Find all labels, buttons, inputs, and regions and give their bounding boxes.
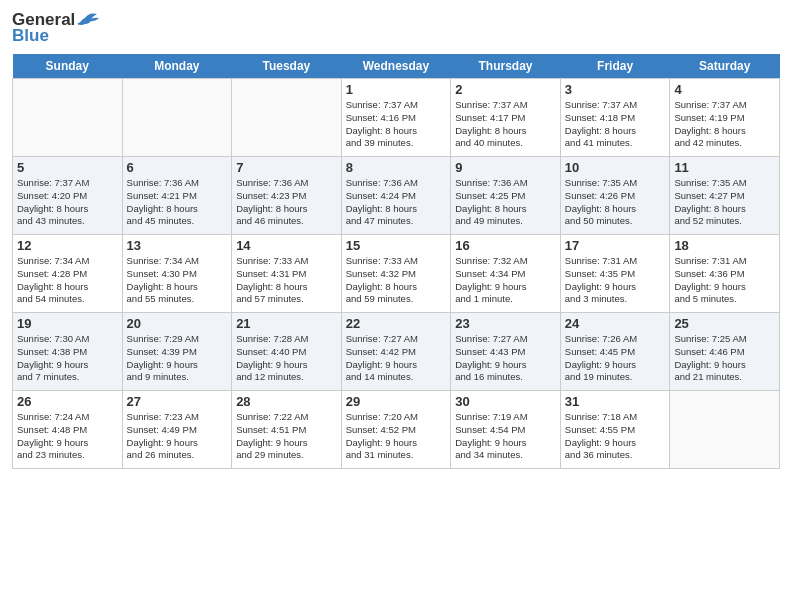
- date-number: 9: [455, 160, 556, 175]
- date-number: 27: [127, 394, 228, 409]
- calendar-cell: [232, 79, 342, 157]
- cell-info: Sunrise: 7:24 AM Sunset: 4:48 PM Dayligh…: [17, 411, 118, 462]
- date-number: 30: [455, 394, 556, 409]
- day-header-saturday: Saturday: [670, 54, 780, 79]
- date-number: 20: [127, 316, 228, 331]
- cell-info: Sunrise: 7:29 AM Sunset: 4:39 PM Dayligh…: [127, 333, 228, 384]
- calendar-cell: 29Sunrise: 7:20 AM Sunset: 4:52 PM Dayli…: [341, 391, 451, 469]
- date-number: 26: [17, 394, 118, 409]
- date-number: 2: [455, 82, 556, 97]
- logo-bird-icon: [77, 10, 99, 28]
- cell-info: Sunrise: 7:33 AM Sunset: 4:32 PM Dayligh…: [346, 255, 447, 306]
- date-number: 6: [127, 160, 228, 175]
- date-number: 28: [236, 394, 337, 409]
- cell-info: Sunrise: 7:37 AM Sunset: 4:19 PM Dayligh…: [674, 99, 775, 150]
- calendar-cell: 15Sunrise: 7:33 AM Sunset: 4:32 PM Dayli…: [341, 235, 451, 313]
- calendar-cell: 26Sunrise: 7:24 AM Sunset: 4:48 PM Dayli…: [13, 391, 123, 469]
- cell-info: Sunrise: 7:18 AM Sunset: 4:55 PM Dayligh…: [565, 411, 666, 462]
- day-header-tuesday: Tuesday: [232, 54, 342, 79]
- cell-info: Sunrise: 7:27 AM Sunset: 4:42 PM Dayligh…: [346, 333, 447, 384]
- date-number: 10: [565, 160, 666, 175]
- cell-info: Sunrise: 7:26 AM Sunset: 4:45 PM Dayligh…: [565, 333, 666, 384]
- cell-info: Sunrise: 7:31 AM Sunset: 4:36 PM Dayligh…: [674, 255, 775, 306]
- date-number: 23: [455, 316, 556, 331]
- date-number: 11: [674, 160, 775, 175]
- calendar-cell: 7Sunrise: 7:36 AM Sunset: 4:23 PM Daylig…: [232, 157, 342, 235]
- calendar-cell: 13Sunrise: 7:34 AM Sunset: 4:30 PM Dayli…: [122, 235, 232, 313]
- date-number: 3: [565, 82, 666, 97]
- calendar-cell: 6Sunrise: 7:36 AM Sunset: 4:21 PM Daylig…: [122, 157, 232, 235]
- cell-info: Sunrise: 7:32 AM Sunset: 4:34 PM Dayligh…: [455, 255, 556, 306]
- cell-info: Sunrise: 7:31 AM Sunset: 4:35 PM Dayligh…: [565, 255, 666, 306]
- cell-info: Sunrise: 7:28 AM Sunset: 4:40 PM Dayligh…: [236, 333, 337, 384]
- calendar-cell: 2Sunrise: 7:37 AM Sunset: 4:17 PM Daylig…: [451, 79, 561, 157]
- date-number: 24: [565, 316, 666, 331]
- calendar-cell: 23Sunrise: 7:27 AM Sunset: 4:43 PM Dayli…: [451, 313, 561, 391]
- cell-info: Sunrise: 7:22 AM Sunset: 4:51 PM Dayligh…: [236, 411, 337, 462]
- date-number: 13: [127, 238, 228, 253]
- date-number: 14: [236, 238, 337, 253]
- date-number: 31: [565, 394, 666, 409]
- calendar-cell: 9Sunrise: 7:36 AM Sunset: 4:25 PM Daylig…: [451, 157, 561, 235]
- date-number: 15: [346, 238, 447, 253]
- logo: General Blue: [12, 10, 99, 46]
- calendar-cell: 27Sunrise: 7:23 AM Sunset: 4:49 PM Dayli…: [122, 391, 232, 469]
- calendar-container: General Blue SundayMondayTuesdayWednesda…: [0, 0, 792, 477]
- date-number: 1: [346, 82, 447, 97]
- calendar-cell: 12Sunrise: 7:34 AM Sunset: 4:28 PM Dayli…: [13, 235, 123, 313]
- header: General Blue: [12, 10, 780, 46]
- cell-info: Sunrise: 7:30 AM Sunset: 4:38 PM Dayligh…: [17, 333, 118, 384]
- date-number: 5: [17, 160, 118, 175]
- date-number: 4: [674, 82, 775, 97]
- calendar-cell: 24Sunrise: 7:26 AM Sunset: 4:45 PM Dayli…: [560, 313, 670, 391]
- cell-info: Sunrise: 7:36 AM Sunset: 4:23 PM Dayligh…: [236, 177, 337, 228]
- calendar-table: SundayMondayTuesdayWednesdayThursdayFrid…: [12, 54, 780, 469]
- cell-info: Sunrise: 7:37 AM Sunset: 4:16 PM Dayligh…: [346, 99, 447, 150]
- cell-info: Sunrise: 7:36 AM Sunset: 4:24 PM Dayligh…: [346, 177, 447, 228]
- day-header-thursday: Thursday: [451, 54, 561, 79]
- calendar-cell: 11Sunrise: 7:35 AM Sunset: 4:27 PM Dayli…: [670, 157, 780, 235]
- cell-info: Sunrise: 7:20 AM Sunset: 4:52 PM Dayligh…: [346, 411, 447, 462]
- calendar-cell: 21Sunrise: 7:28 AM Sunset: 4:40 PM Dayli…: [232, 313, 342, 391]
- day-header-wednesday: Wednesday: [341, 54, 451, 79]
- calendar-cell: 25Sunrise: 7:25 AM Sunset: 4:46 PM Dayli…: [670, 313, 780, 391]
- day-header-friday: Friday: [560, 54, 670, 79]
- calendar-cell: [670, 391, 780, 469]
- cell-info: Sunrise: 7:36 AM Sunset: 4:21 PM Dayligh…: [127, 177, 228, 228]
- calendar-cell: 3Sunrise: 7:37 AM Sunset: 4:18 PM Daylig…: [560, 79, 670, 157]
- cell-info: Sunrise: 7:23 AM Sunset: 4:49 PM Dayligh…: [127, 411, 228, 462]
- date-number: 29: [346, 394, 447, 409]
- cell-info: Sunrise: 7:35 AM Sunset: 4:27 PM Dayligh…: [674, 177, 775, 228]
- calendar-cell: 8Sunrise: 7:36 AM Sunset: 4:24 PM Daylig…: [341, 157, 451, 235]
- cell-info: Sunrise: 7:35 AM Sunset: 4:26 PM Dayligh…: [565, 177, 666, 228]
- date-number: 21: [236, 316, 337, 331]
- cell-info: Sunrise: 7:37 AM Sunset: 4:17 PM Dayligh…: [455, 99, 556, 150]
- logo-blue-text: Blue: [12, 26, 49, 46]
- date-number: 25: [674, 316, 775, 331]
- calendar-cell: 31Sunrise: 7:18 AM Sunset: 4:55 PM Dayli…: [560, 391, 670, 469]
- calendar-cell: 17Sunrise: 7:31 AM Sunset: 4:35 PM Dayli…: [560, 235, 670, 313]
- day-header-sunday: Sunday: [13, 54, 123, 79]
- date-number: 19: [17, 316, 118, 331]
- date-number: 17: [565, 238, 666, 253]
- calendar-cell: [122, 79, 232, 157]
- date-number: 7: [236, 160, 337, 175]
- calendar-cell: 22Sunrise: 7:27 AM Sunset: 4:42 PM Dayli…: [341, 313, 451, 391]
- calendar-cell: 16Sunrise: 7:32 AM Sunset: 4:34 PM Dayli…: [451, 235, 561, 313]
- calendar-cell: [13, 79, 123, 157]
- calendar-cell: 1Sunrise: 7:37 AM Sunset: 4:16 PM Daylig…: [341, 79, 451, 157]
- calendar-cell: 30Sunrise: 7:19 AM Sunset: 4:54 PM Dayli…: [451, 391, 561, 469]
- date-number: 12: [17, 238, 118, 253]
- calendar-cell: 5Sunrise: 7:37 AM Sunset: 4:20 PM Daylig…: [13, 157, 123, 235]
- date-number: 22: [346, 316, 447, 331]
- calendar-cell: 18Sunrise: 7:31 AM Sunset: 4:36 PM Dayli…: [670, 235, 780, 313]
- cell-info: Sunrise: 7:25 AM Sunset: 4:46 PM Dayligh…: [674, 333, 775, 384]
- cell-info: Sunrise: 7:36 AM Sunset: 4:25 PM Dayligh…: [455, 177, 556, 228]
- cell-info: Sunrise: 7:37 AM Sunset: 4:18 PM Dayligh…: [565, 99, 666, 150]
- cell-info: Sunrise: 7:34 AM Sunset: 4:30 PM Dayligh…: [127, 255, 228, 306]
- calendar-cell: 28Sunrise: 7:22 AM Sunset: 4:51 PM Dayli…: [232, 391, 342, 469]
- date-number: 16: [455, 238, 556, 253]
- calendar-cell: 14Sunrise: 7:33 AM Sunset: 4:31 PM Dayli…: [232, 235, 342, 313]
- date-number: 8: [346, 160, 447, 175]
- calendar-cell: 10Sunrise: 7:35 AM Sunset: 4:26 PM Dayli…: [560, 157, 670, 235]
